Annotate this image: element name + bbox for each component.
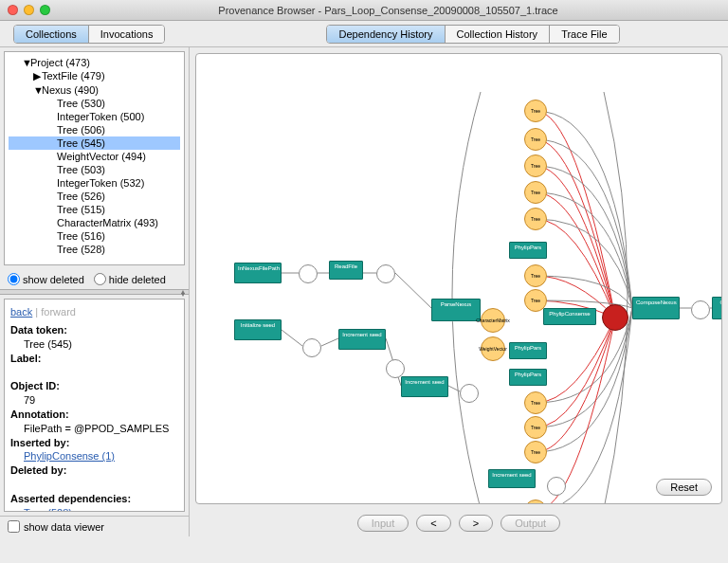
close-icon[interactable] xyxy=(8,5,18,15)
graph-node-token[interactable] xyxy=(386,359,405,378)
graph-node-rect[interactable]: PhylipPars xyxy=(509,369,547,386)
label-label: Label: xyxy=(10,353,41,364)
label-deleted-by: Deleted by: xyxy=(10,464,66,476)
graph-node-tree[interactable]: WeightVector xyxy=(481,336,505,361)
graph-node-token[interactable] xyxy=(547,477,566,496)
tree-row[interactable]: Tree (545) xyxy=(9,136,180,150)
tree-root[interactable]: ▼Project (473) xyxy=(9,56,180,69)
tree-row[interactable]: IntegerToken (532) xyxy=(9,176,180,190)
value-object-id: 79 xyxy=(10,393,178,408)
label-data-token: Data token: xyxy=(10,324,67,336)
graph-node-rect[interactable]: ParseNexus xyxy=(431,299,481,321)
graph-node-rect[interactable]: Increment seed xyxy=(338,329,386,350)
graph-node-rect[interactable]: ReadFile xyxy=(329,261,363,280)
checkbox-show-data-viewer[interactable] xyxy=(8,520,20,533)
tab-invocations[interactable]: Invocations xyxy=(89,26,165,43)
tab-dependency-history[interactable]: Dependency History xyxy=(327,26,445,43)
radio-show-deleted[interactable]: show deleted xyxy=(8,273,84,285)
label-object-id: Object ID: xyxy=(10,380,60,391)
tree-row[interactable]: CharacterMatrix (493) xyxy=(9,216,180,229)
graph-node-token[interactable] xyxy=(299,264,318,283)
tree-row[interactable]: ▼Nexus (490) xyxy=(9,83,180,97)
link-inserted-by[interactable]: PhylipConsense (1) xyxy=(24,449,115,463)
input-button[interactable]: Input xyxy=(357,515,409,532)
label-asserted-deps: Asserted dependencies: xyxy=(10,493,131,504)
graph-node-rect[interactable]: OutPhyloXml xyxy=(712,297,722,319)
radio-hide-deleted[interactable]: hide deleted xyxy=(94,273,166,285)
tree-row[interactable]: WeightVector (494) xyxy=(9,150,180,163)
graph-node-tree[interactable]: Tree xyxy=(524,154,547,177)
tree-row[interactable]: Tree (526) xyxy=(9,190,180,203)
tree-row[interactable]: Tree (503) xyxy=(9,163,180,176)
details-panel: back | forward Data token: Tree (545) La… xyxy=(4,299,185,512)
output-button[interactable]: Output xyxy=(500,515,560,532)
window-traffic-lights[interactable] xyxy=(8,5,50,15)
label-inserted-by: Inserted by: xyxy=(10,437,69,448)
graph-node-rect[interactable]: ComposeNexus xyxy=(632,297,680,319)
graph-node-tree[interactable]: Tree xyxy=(524,264,547,287)
center-tabset: Dependency History Collection History Tr… xyxy=(326,25,619,44)
graph-node-selected[interactable] xyxy=(602,304,628,331)
nav-forward: forward xyxy=(41,306,76,318)
tab-trace-file[interactable]: Trace File xyxy=(550,26,619,43)
graph-node-tree[interactable]: Tree xyxy=(524,441,547,463)
graph-node-rect[interactable]: Increment seed xyxy=(488,469,536,488)
tree-row[interactable]: ▶TextFile (479) xyxy=(9,69,180,83)
tree-row[interactable]: IntegerToken (500) xyxy=(9,110,180,123)
graph-node-tree[interactable]: Tree xyxy=(524,289,547,312)
tree-row[interactable]: Tree (528) xyxy=(9,243,180,256)
label-annotation: Annotation: xyxy=(10,409,69,420)
graph-node-rect[interactable]: PhylipConsense xyxy=(543,308,596,325)
graph-node-tree[interactable]: Tree xyxy=(524,128,547,151)
graph-node-token[interactable] xyxy=(460,384,479,403)
tree-row[interactable]: Tree (516) xyxy=(9,229,180,243)
prev-button[interactable]: < xyxy=(416,515,450,532)
window-title: Provenance Browser - Pars_Loop_Consense_… xyxy=(56,5,720,16)
graph-node-tree[interactable]: CharacterMatrix xyxy=(481,308,505,333)
tab-collection-history[interactable]: Collection History xyxy=(446,26,551,43)
tree-row[interactable]: Tree (515) xyxy=(9,203,180,216)
graph-node-rect[interactable]: PhylipPars xyxy=(509,342,547,359)
zoom-icon[interactable] xyxy=(40,5,50,15)
value-data-token: Tree (545) xyxy=(10,337,178,352)
graph-node-token[interactable] xyxy=(376,264,395,283)
dep-link[interactable]: Tree (528) xyxy=(24,506,72,512)
tab-collections[interactable]: Collections xyxy=(14,26,89,43)
minimize-icon[interactable] xyxy=(24,5,34,15)
graph-node-tree[interactable]: Tree xyxy=(524,391,547,414)
graph-node-token[interactable] xyxy=(691,300,710,319)
reset-button[interactable]: Reset xyxy=(656,479,712,496)
graph-node-tree[interactable]: Tree xyxy=(524,181,547,204)
tree-row[interactable]: Tree (506) xyxy=(9,123,180,136)
nav-back[interactable]: back xyxy=(10,305,32,319)
graph-node-rect[interactable]: InNexusFilePath xyxy=(234,263,282,283)
tree-row[interactable]: Tree (530) xyxy=(9,97,180,110)
graph-node-tree[interactable]: Tree xyxy=(524,100,547,122)
graph-node-tree[interactable]: Tree xyxy=(524,416,547,439)
graph-canvas[interactable]: InNexusFilePathReadFileInitialize seedIn… xyxy=(195,53,722,504)
graph-node-rect[interactable]: Increment seed xyxy=(401,376,448,397)
next-button[interactable]: > xyxy=(459,515,493,532)
graph-node-tree[interactable]: Tree xyxy=(524,208,547,230)
graph-node-rect[interactable]: Initialize seed xyxy=(234,319,282,340)
value-annotation: FilePath = @PPOD_SAMPLES xyxy=(10,422,178,436)
splitter-handle[interactable]: ▴▾ xyxy=(0,289,189,295)
collection-tree[interactable]: ▼Project (473) ▶TextFile (479)▼Nexus (49… xyxy=(4,51,185,265)
left-tabset: Collections Invocations xyxy=(13,25,165,44)
label-show-data-viewer: show data viewer xyxy=(24,521,104,533)
graph-node-rect[interactable]: PhylipPars xyxy=(509,242,547,259)
graph-node-token[interactable] xyxy=(302,338,321,357)
